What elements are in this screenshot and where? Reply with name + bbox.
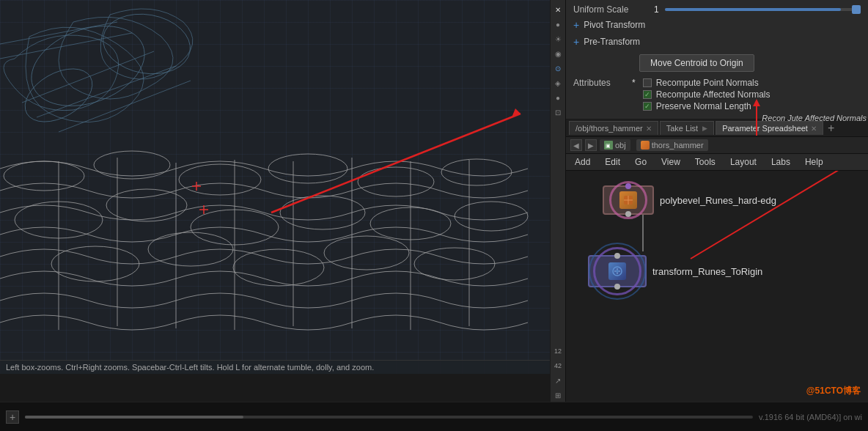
recompute-point-cb[interactable] [643, 78, 652, 87]
svg-point-16 [233, 249, 324, 286]
svg-point-1 [98, 7, 195, 81]
node-canvas[interactable]: polybevel_Runes_hard-edg [566, 171, 868, 402]
transform-node[interactable]: transform_Runes_ToRigin [588, 255, 762, 287]
menu-layout[interactable]: Layout [727, 155, 760, 169]
svg-point-22 [268, 154, 347, 183]
svg-point-21 [179, 164, 261, 195]
svg-text:▣: ▣ [606, 143, 611, 148]
breadcrumb-forward-button[interactable]: ▶ [585, 139, 597, 151]
transform-label: transform_Runes_ToRigin [652, 266, 762, 277]
breadcrumb-node-label: thors_hammer [652, 141, 704, 150]
polybevel-top-port[interactable] [625, 183, 631, 189]
toolbar-cam-icon[interactable]: ⊙ [551, 62, 564, 75]
tab-obj-thors-hammer[interactable]: /obj/thors_hammer ✕ [569, 121, 658, 135]
tab-param-close[interactable]: ✕ [811, 125, 817, 133]
obj-icon: ▣ [604, 141, 613, 150]
polybevel-bottom-port[interactable] [625, 211, 631, 217]
svg-point-19 [4, 161, 84, 191]
toolbar-dot-icon[interactable]: ● [551, 18, 564, 31]
tab-parameter-spreadsheet[interactable]: Parameter Spreadsheet ✕ [716, 121, 823, 135]
svg-point-20 [94, 151, 170, 179]
transform-widget[interactable] [588, 255, 647, 287]
node-breadcrumb: ◀ ▶ ▣ obj thors_hammer [566, 137, 868, 154]
viewport-3d[interactable]: Left box-zooms. Ctrl+Right zooms. Spaceb… [0, 0, 550, 374]
mesh-wireframe [0, 0, 550, 374]
polybevel-node[interactable]: polybevel_Runes_hard-edg [603, 185, 776, 215]
breadcrumb-obj[interactable]: ▣ obj [600, 139, 630, 151]
uniform-scale-slider[interactable] [665, 8, 861, 11]
right-panel: Uniform Scale 1 + Pivot Transform + Pre-… [566, 0, 868, 402]
version-text: v.1916 64 bit (AMD64)] on wi [759, 413, 862, 421]
polybevel-inner-icon [619, 191, 637, 209]
menu-labs[interactable]: Labs [768, 155, 793, 169]
add-tab-button[interactable]: + [825, 122, 837, 135]
svg-line-6 [37, 66, 176, 117]
svg-line-3 [0, 22, 117, 44]
svg-line-4 [0, 33, 132, 59]
svg-point-0 [21, 12, 156, 121]
pre-expand-icon: + [573, 36, 579, 48]
attributes-label: Attributes [573, 78, 632, 88]
uniform-scale-row: Uniform Scale 1 [573, 4, 861, 15]
toolbar-prim-icon[interactable]: ● [551, 91, 564, 104]
node-menubar: Add Edit Go View Tools Layout Labs Help [566, 154, 868, 171]
toolbar-close-icon[interactable]: ✕ [551, 3, 564, 16]
recompute-affected-row: Recompute Affected Normals [643, 89, 770, 100]
svg-point-9 [106, 189, 187, 221]
menu-help[interactable]: Help [802, 155, 826, 169]
attributes-row: Attributes * Recompute Point Normals Rec… [573, 78, 861, 111]
toolbar-num2-icon: 42 [551, 359, 564, 372]
pivot-transform-row[interactable]: + Pivot Transform [573, 18, 861, 32]
toolbar-arrow-icon[interactable]: ↗ [551, 374, 564, 387]
svg-point-23 [358, 167, 434, 196]
pivot-expand-icon: + [573, 19, 579, 31]
recompute-affected-cb[interactable] [643, 90, 652, 99]
toolbar-sel-icon[interactable]: ◈ [551, 76, 564, 89]
svg-point-17 [324, 236, 409, 270]
toolbar-obj-icon[interactable]: ⊡ [551, 106, 564, 119]
menu-tools[interactable]: Tools [692, 155, 718, 169]
svg-point-13 [455, 202, 528, 231]
pre-transform-row[interactable]: + Pre-Transform [573, 34, 861, 49]
polybevel-label: polybevel_Runes_hard-edg [660, 195, 776, 206]
tab-take-label: Take List [666, 124, 698, 133]
menu-add[interactable]: Add [572, 155, 593, 169]
bottom-strip: + v.1916 64 bit (AMD64)] on wi [0, 402, 868, 431]
menu-go[interactable]: Go [632, 155, 650, 169]
breadcrumb-back-button[interactable]: ◀ [570, 139, 582, 151]
preserve-normal-label: Preserve Normal Length [656, 101, 751, 111]
bottom-scrollbar[interactable] [25, 416, 753, 419]
move-centroid-button[interactable]: Move Centroid to Origin [639, 54, 754, 72]
uniform-scale-value: 1 [654, 4, 659, 15]
tab-param-label: Parameter Spreadsheet [722, 124, 808, 133]
viewport-status: Left box-zooms. Ctrl+Right zooms. Spaceb… [0, 360, 550, 374]
node-icon [641, 141, 650, 150]
attributes-value: * [632, 78, 636, 88]
toolbar-view-icon[interactable]: ◉ [551, 47, 564, 60]
bottom-add-button[interactable]: + [6, 410, 19, 424]
tab-obj-label: /obj/thors_hammer [575, 124, 643, 133]
toolbar-num1-icon: 12 [551, 345, 564, 358]
tab-obj-close[interactable]: ✕ [646, 125, 652, 133]
toolbar-grid-icon[interactable]: ⊞ [551, 388, 564, 402]
preserve-normal-cb[interactable] [643, 102, 652, 111]
recompute-point-label: Recompute Point Normals [656, 78, 759, 88]
viewport-toolbar: ✕ ● ☀ ◉ ⊙ ◈ ● ⊡ 12 42 ↗ ⊞ [550, 0, 566, 402]
svg-line-43 [691, 171, 868, 259]
pivot-transform-label: Pivot Transform [584, 20, 645, 30]
pre-transform-label: Pre-Transform [584, 37, 640, 47]
recon-annotation: Recon Jute Affected Normals [762, 114, 867, 122]
menu-view[interactable]: View [658, 155, 683, 169]
breadcrumb-obj-label: obj [615, 141, 626, 150]
polybevel-widget[interactable] [603, 185, 654, 215]
watermark: @51CTO博客 [806, 385, 861, 397]
tab-take-list[interactable]: Take List ▶ [660, 121, 714, 135]
breadcrumb-node[interactable]: thors_hammer [636, 139, 708, 151]
toolbar-light-icon[interactable]: ☀ [551, 32, 564, 45]
properties-panel: Uniform Scale 1 + Pivot Transform + Pre-… [566, 0, 868, 119]
normals-options: Recompute Point Normals Recompute Affect… [643, 78, 770, 111]
recompute-point-normals-row: Recompute Point Normals [643, 78, 770, 88]
recompute-affected-label: Recompute Affected Normals [656, 89, 770, 100]
preserve-normal-row: Preserve Normal Length [643, 101, 770, 111]
menu-edit[interactable]: Edit [602, 155, 623, 169]
